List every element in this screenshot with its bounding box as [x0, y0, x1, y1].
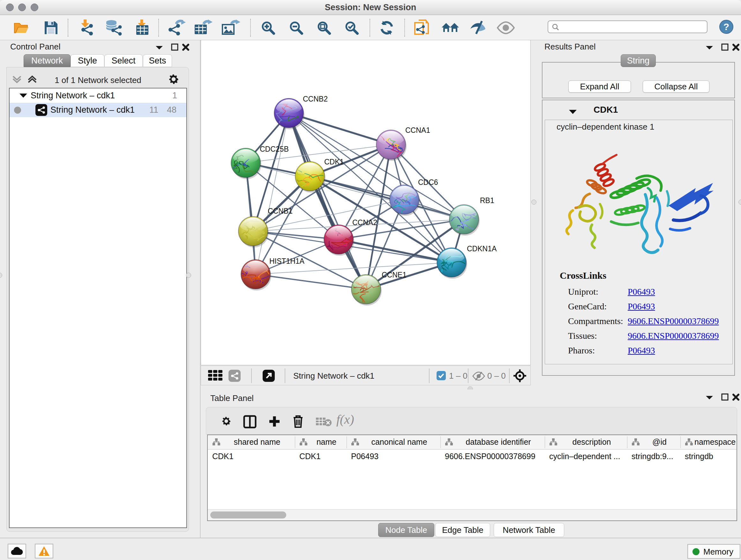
svg-text:CDC25B: CDC25B [260, 145, 289, 153]
svg-text:CCNA2: CCNA2 [352, 219, 377, 227]
svg-text:CCNE1: CCNE1 [382, 271, 407, 279]
svg-text:CCNB2: CCNB2 [303, 95, 328, 103]
svg-text:RB1: RB1 [480, 196, 494, 205]
svg-text:HIST1H1A: HIST1H1A [269, 257, 305, 265]
svg-text:CDC6: CDC6 [418, 178, 438, 186]
svg-text:CDK1: CDK1 [324, 158, 344, 166]
svg-text:CCNB1: CCNB1 [268, 207, 293, 215]
svg-text:CCNA1: CCNA1 [405, 126, 430, 134]
svg-text:CDKN1A: CDKN1A [467, 245, 497, 253]
